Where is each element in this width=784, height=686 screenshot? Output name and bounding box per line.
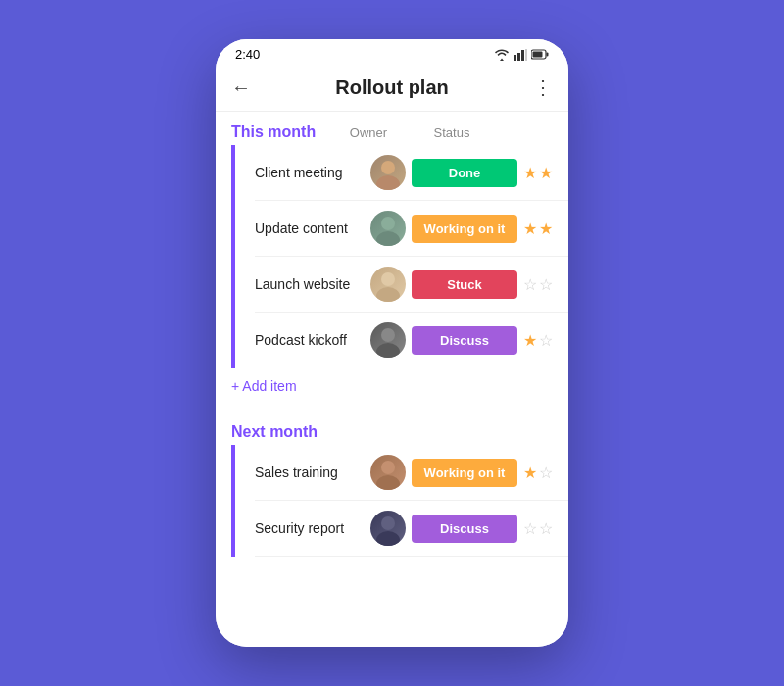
task-name: Podcast kickoff (255, 332, 370, 348)
status-badge[interactable]: Stuck (412, 270, 517, 299)
avatar (370, 267, 406, 302)
star-1[interactable]: ★ (523, 464, 537, 482)
svg-point-14 (376, 343, 400, 358)
status-icons (494, 49, 549, 61)
phone-frame: 2:40 ← Rollout plan (216, 39, 568, 647)
this-month-title: This month (231, 123, 339, 141)
next-month-header: Next month (216, 412, 568, 445)
avatar (370, 211, 406, 246)
star-1[interactable]: ☆ (523, 275, 537, 294)
avatar (370, 155, 406, 190)
add-item-button[interactable]: + Add item (216, 368, 568, 404)
this-month-section: This month Owner Status Client meeting D… (216, 112, 568, 412)
svg-point-17 (381, 516, 395, 530)
star-2[interactable]: ☆ (539, 331, 553, 350)
status-bar: 2:40 (216, 39, 568, 66)
star-rating[interactable]: ☆ ☆ (523, 519, 553, 538)
table-row: Security report Discuss ☆ ☆ (255, 501, 568, 557)
next-month-tasks: Sales training Working on it ★ ☆ Securit… (231, 445, 568, 557)
task-name: Client meeting (255, 165, 370, 180)
content-area: This month Owner Status Client meeting D… (216, 112, 568, 647)
svg-point-18 (376, 531, 400, 546)
this-month-header: This month Owner Status (216, 112, 568, 145)
star-1[interactable]: ★ (523, 331, 537, 350)
status-badge[interactable]: Done (412, 159, 517, 187)
svg-rect-3 (525, 49, 527, 61)
svg-rect-0 (514, 55, 516, 61)
this-month-tasks: Client meeting Done ★ ★ Update content (231, 145, 568, 368)
table-row: Sales training Working on it ★ ☆ (255, 445, 568, 501)
battery-icon (531, 49, 549, 60)
star-1[interactable]: ☆ (523, 519, 537, 538)
app-header: ← Rollout plan ⋮ (216, 66, 568, 112)
star-rating[interactable]: ★ ★ (523, 164, 553, 182)
status-badge[interactable]: Discuss (412, 514, 517, 543)
svg-point-11 (381, 272, 395, 286)
svg-rect-1 (517, 53, 520, 61)
avatar (370, 455, 406, 490)
star-2[interactable]: ★ (539, 220, 553, 238)
task-name: Launch website (255, 276, 370, 292)
svg-rect-6 (533, 52, 543, 58)
star-1[interactable]: ★ (523, 164, 537, 182)
task-name: Security report (255, 520, 370, 536)
star-rating[interactable]: ★ ★ (523, 220, 553, 238)
status-badge[interactable]: Working on it (412, 215, 517, 243)
star-2[interactable]: ★ (539, 164, 553, 182)
svg-point-16 (376, 475, 400, 490)
status-badge[interactable]: Working on it (412, 459, 517, 487)
wifi-icon (494, 49, 510, 61)
table-row: Client meeting Done ★ ★ (255, 145, 568, 201)
star-1[interactable]: ★ (523, 220, 537, 238)
status-time: 2:40 (235, 47, 260, 62)
table-row: Podcast kickoff Discuss ★ ☆ (255, 313, 568, 368)
svg-point-10 (376, 231, 400, 246)
star-rating[interactable]: ☆ ☆ (523, 275, 553, 294)
next-month-section: Next month Sales training Working on it … (216, 412, 568, 564)
svg-point-7 (381, 161, 395, 174)
next-month-title: Next month (231, 423, 339, 441)
task-name: Update content (255, 220, 370, 236)
svg-point-13 (381, 328, 395, 342)
svg-rect-2 (521, 50, 524, 61)
app-title: Rollout plan (335, 76, 449, 99)
avatar (370, 322, 406, 358)
svg-point-12 (376, 287, 400, 302)
owner-column-header: Owner (339, 125, 398, 140)
table-row: Launch website Stuck ☆ ☆ (255, 257, 568, 313)
table-row: Update content Working on it ★ ★ (255, 201, 568, 257)
svg-rect-5 (547, 53, 549, 57)
menu-button[interactable]: ⋮ (533, 75, 553, 99)
status-column-header: Status (398, 125, 506, 140)
status-badge[interactable]: Discuss (412, 326, 517, 355)
avatar (370, 511, 406, 546)
svg-point-15 (381, 461, 395, 474)
back-button[interactable]: ← (231, 76, 251, 99)
star-2[interactable]: ☆ (539, 519, 553, 538)
star-2[interactable]: ☆ (539, 275, 553, 294)
star-2[interactable]: ☆ (539, 464, 553, 482)
svg-point-8 (376, 175, 400, 190)
star-rating[interactable]: ★ ☆ (523, 331, 553, 350)
star-rating[interactable]: ★ ☆ (523, 464, 553, 482)
task-name: Sales training (255, 465, 370, 480)
svg-point-9 (381, 217, 395, 230)
signal-icon (514, 49, 527, 61)
